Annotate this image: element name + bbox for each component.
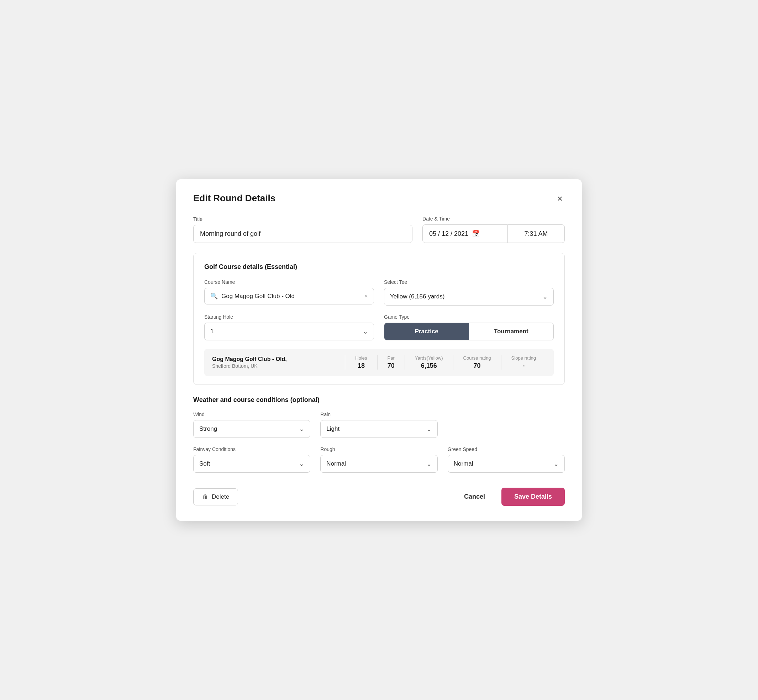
- course-tee-row: Course Name 🔍 Gog Magog Golf Club - Old …: [204, 279, 554, 306]
- game-type-group: Game Type Practice Tournament: [384, 314, 554, 341]
- rain-dropdown[interactable]: Light ⌄: [320, 420, 437, 438]
- course-info-name-text: Gog Magog Golf Club - Old,: [212, 356, 345, 362]
- close-button[interactable]: ×: [555, 193, 565, 204]
- course-rating-label: Course rating: [464, 355, 491, 361]
- chevron-down-icon: ⌄: [363, 328, 368, 336]
- course-name-label: Course Name: [204, 279, 374, 285]
- wind-dropdown[interactable]: Strong ⌄: [193, 420, 310, 438]
- fairway-group: Fairway Conditions Soft ⌄: [193, 446, 310, 473]
- title-field-group: Title: [193, 216, 412, 243]
- rain-group: Rain Light ⌄: [320, 411, 437, 438]
- chevron-down-icon: ⌄: [426, 460, 432, 468]
- slope-rating-label: Slope rating: [511, 355, 536, 361]
- title-input[interactable]: [193, 225, 412, 243]
- top-fields: Title Date & Time 05 / 12 / 2021 📅 7:31 …: [193, 216, 565, 243]
- fairway-label: Fairway Conditions: [193, 446, 310, 452]
- datetime-label: Date & Time: [423, 216, 565, 222]
- rough-group: Rough Normal ⌄: [320, 446, 437, 473]
- rain-value: Light: [326, 425, 340, 433]
- date-value: 05 / 12 / 2021: [429, 230, 468, 238]
- starting-hole-value: 1: [210, 328, 213, 335]
- wind-rain-row: Wind Strong ⌄ Rain Light ⌄: [193, 411, 565, 438]
- edit-round-modal: Edit Round Details × Title Date & Time 0…: [176, 179, 582, 521]
- trash-icon: 🗑: [202, 493, 208, 500]
- golf-course-section: Golf Course details (Essential) Course N…: [193, 253, 565, 385]
- golf-section-title: Golf Course details (Essential): [204, 263, 554, 271]
- par-label: Par: [388, 355, 395, 361]
- course-stat-par: Par 70: [377, 355, 405, 370]
- rough-label: Rough: [320, 446, 437, 452]
- title-label: Title: [193, 216, 412, 222]
- fairway-rough-green-row: Fairway Conditions Soft ⌄ Rough Normal ⌄…: [193, 446, 565, 473]
- select-tee-dropdown[interactable]: Yellow (6,156 yards) ⌄: [384, 288, 554, 306]
- course-info-bar: Gog Magog Golf Club - Old, Shelford Bott…: [204, 349, 554, 376]
- yards-value: 6,156: [421, 362, 437, 370]
- wind-group: Wind Strong ⌄: [193, 411, 310, 438]
- select-tee-value: Yellow (6,156 yards): [390, 293, 445, 300]
- tournament-toggle[interactable]: Tournament: [469, 323, 554, 340]
- course-stat-rating: Course rating 70: [453, 355, 501, 370]
- weather-title: Weather and course conditions (optional): [193, 396, 565, 404]
- rain-label: Rain: [320, 411, 437, 417]
- select-tee-label: Select Tee: [384, 279, 554, 285]
- green-speed-group: Green Speed Normal ⌄: [448, 446, 565, 473]
- starting-hole-dropdown[interactable]: 1 ⌄: [204, 323, 374, 341]
- green-speed-dropdown[interactable]: Normal ⌄: [448, 455, 565, 473]
- course-name-input[interactable]: 🔍 Gog Magog Golf Club - Old ×: [204, 288, 374, 305]
- game-type-toggle: Practice Tournament: [384, 323, 554, 341]
- save-button[interactable]: Save Details: [501, 488, 565, 506]
- green-speed-value: Normal: [454, 460, 473, 467]
- cancel-button[interactable]: Cancel: [458, 488, 492, 505]
- hole-gametype-row: Starting Hole 1 ⌄ Game Type Practice Tou…: [204, 314, 554, 341]
- delete-label: Delete: [212, 493, 229, 500]
- course-stat-holes: Holes 18: [345, 355, 377, 370]
- course-name-group: Course Name 🔍 Gog Magog Golf Club - Old …: [204, 279, 374, 306]
- rough-value: Normal: [326, 460, 346, 467]
- chevron-down-icon: ⌄: [553, 460, 559, 468]
- game-type-label: Game Type: [384, 314, 554, 320]
- course-stat-yards: Yards(Yellow) 6,156: [405, 355, 453, 370]
- date-input[interactable]: 05 / 12 / 2021 📅: [423, 225, 508, 243]
- datetime-row: 05 / 12 / 2021 📅 7:31 AM: [423, 225, 565, 243]
- course-info-location: Shelford Bottom, UK: [212, 363, 345, 369]
- clear-icon[interactable]: ×: [365, 293, 368, 300]
- rain-spacer: [448, 411, 565, 438]
- chevron-down-icon: ⌄: [542, 293, 548, 300]
- course-stat-slope: Slope rating -: [501, 355, 546, 370]
- time-input[interactable]: 7:31 AM: [508, 225, 565, 243]
- holes-label: Holes: [355, 355, 367, 361]
- par-value: 70: [388, 362, 395, 370]
- holes-value: 18: [358, 362, 365, 370]
- modal-title: Edit Round Details: [193, 193, 276, 204]
- course-rating-value: 70: [474, 362, 481, 370]
- fairway-dropdown[interactable]: Soft ⌄: [193, 455, 310, 473]
- fairway-value: Soft: [199, 460, 210, 467]
- starting-hole-group: Starting Hole 1 ⌄: [204, 314, 374, 341]
- slope-rating-value: -: [522, 362, 525, 370]
- time-value: 7:31 AM: [524, 230, 548, 238]
- practice-toggle[interactable]: Practice: [384, 323, 469, 340]
- course-info-name: Gog Magog Golf Club - Old, Shelford Bott…: [212, 356, 345, 369]
- calendar-icon: 📅: [472, 230, 480, 238]
- starting-hole-label: Starting Hole: [204, 314, 374, 320]
- chevron-down-icon: ⌄: [426, 425, 432, 433]
- delete-button[interactable]: 🗑 Delete: [193, 488, 238, 505]
- search-icon: 🔍: [210, 292, 218, 300]
- green-speed-label: Green Speed: [448, 446, 565, 452]
- wind-label: Wind: [193, 411, 310, 417]
- modal-header: Edit Round Details ×: [193, 193, 565, 204]
- datetime-field-group: Date & Time 05 / 12 / 2021 📅 7:31 AM: [423, 216, 565, 243]
- rough-dropdown[interactable]: Normal ⌄: [320, 455, 437, 473]
- footer-row: 🗑 Delete Cancel Save Details: [193, 483, 565, 506]
- chevron-down-icon: ⌄: [299, 460, 304, 468]
- course-name-value: Gog Magog Golf Club - Old: [221, 293, 361, 300]
- footer-right: Cancel Save Details: [458, 488, 565, 506]
- chevron-down-icon: ⌄: [299, 425, 304, 433]
- wind-value: Strong: [199, 425, 217, 433]
- select-tee-group: Select Tee Yellow (6,156 yards) ⌄: [384, 279, 554, 306]
- weather-section: Weather and course conditions (optional)…: [193, 396, 565, 473]
- yards-label: Yards(Yellow): [415, 355, 443, 361]
